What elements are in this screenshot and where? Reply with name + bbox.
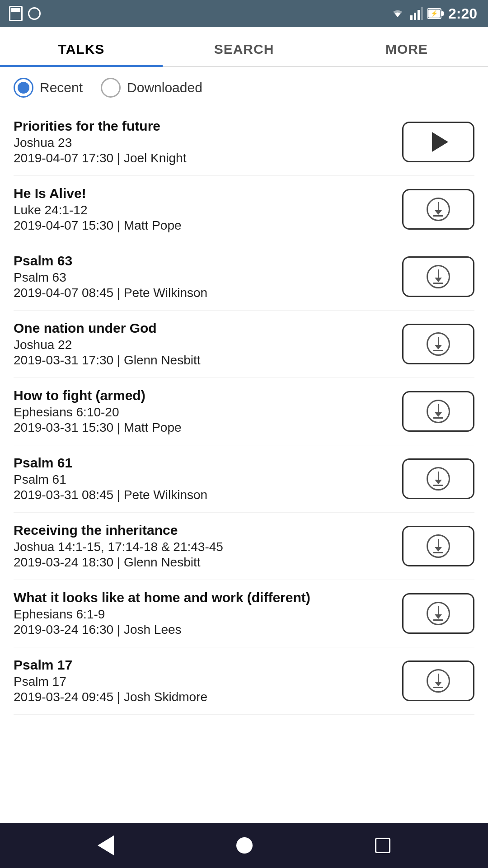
filter-downloaded[interactable]: Downloaded: [101, 78, 202, 98]
play-icon: [432, 132, 448, 152]
svg-rect-5: [441, 11, 444, 16]
talk-info: Priorities for the futureJoshua 232019-0…: [14, 118, 402, 165]
talk-info: What it looks like at home and work (dif…: [14, 590, 402, 637]
talk-info: Receiving the inheritanceJoshua 14:1-15,…: [14, 523, 402, 570]
nav-home-button[interactable]: [236, 837, 253, 854]
svg-text:⚡: ⚡: [431, 9, 438, 17]
talk-reference: Psalm 17: [14, 675, 389, 689]
talk-meta: 2019-03-31 17:30 | Glenn Nesbitt: [14, 353, 389, 368]
talk-item: Priorities for the futureJoshua 232019-0…: [14, 108, 474, 176]
filter-recent[interactable]: Recent: [14, 78, 83, 98]
status-bar: ⚡ 2:20: [0, 0, 488, 27]
talk-info: Psalm 17Psalm 172019-03-24 09:45 | Josh …: [14, 657, 402, 704]
talk-title: Receiving the inheritance: [14, 523, 389, 538]
talk-reference: Ephesians 6:1-9: [14, 607, 389, 622]
svg-rect-2: [418, 10, 420, 20]
download-circle-icon: [427, 467, 450, 491]
signal-icon: [410, 7, 423, 20]
status-left-icons: [9, 0, 41, 27]
download-icon: [427, 198, 450, 221]
download-arrow-icon: [433, 337, 443, 351]
talk-info: He Is Alive!Luke 24:1-122019-04-07 15:30…: [14, 186, 402, 233]
talk-meta: 2019-04-07 08:45 | Pete Wilkinson: [14, 286, 389, 300]
talk-info: How to fight (armed)Ephesians 6:10-20201…: [14, 388, 402, 435]
talk-title: He Is Alive!: [14, 186, 389, 201]
talk-item: What it looks like at home and work (dif…: [14, 580, 474, 647]
download-button[interactable]: [402, 189, 474, 230]
nav-recents-button[interactable]: [375, 838, 390, 853]
download-circle-icon: [427, 265, 450, 288]
talk-title: Priorities for the future: [14, 118, 389, 134]
talk-title: How to fight (armed): [14, 388, 389, 403]
download-arrow-icon: [433, 202, 443, 217]
talk-info: Psalm 63Psalm 632019-04-07 08:45 | Pete …: [14, 253, 402, 300]
talk-reference: Ephesians 6:10-20: [14, 405, 389, 420]
recents-icon: [375, 838, 390, 853]
talk-meta: 2019-03-24 16:30 | Josh Lees: [14, 623, 389, 637]
talk-item: He Is Alive!Luke 24:1-122019-04-07 15:30…: [14, 176, 474, 243]
talk-reference: Joshua 23: [14, 136, 389, 150]
tab-talks[interactable]: TALKS: [0, 27, 163, 66]
bottom-nav: [0, 823, 488, 868]
talks-list: Priorities for the futureJoshua 232019-0…: [0, 108, 488, 823]
download-arrow-icon: [433, 539, 443, 553]
download-arrow-icon: [433, 269, 443, 284]
back-icon: [98, 835, 114, 855]
talk-info: Psalm 61Psalm 612019-03-31 08:45 | Pete …: [14, 455, 402, 502]
filter-recent-label: Recent: [40, 80, 83, 95]
talk-meta: 2019-03-31 15:30 | Matt Pope: [14, 420, 389, 435]
nav-back-button[interactable]: [98, 835, 114, 855]
talk-item: Receiving the inheritanceJoshua 14:1-15,…: [14, 513, 474, 580]
talk-reference: Psalm 61: [14, 472, 389, 487]
download-button[interactable]: [402, 324, 474, 364]
download-circle-icon: [427, 534, 450, 558]
play-button[interactable]: [402, 122, 474, 162]
talk-title: Psalm 17: [14, 657, 389, 673]
radio-recent[interactable]: [14, 78, 33, 98]
tab-search[interactable]: SEARCH: [163, 27, 325, 66]
talk-info: One nation under GodJoshua 222019-03-31 …: [14, 321, 402, 368]
tab-more[interactable]: MORE: [325, 27, 488, 66]
svg-rect-1: [414, 13, 416, 20]
download-icon: [427, 400, 450, 423]
download-arrow-icon: [433, 606, 443, 621]
home-icon: [236, 837, 253, 854]
talk-item: Psalm 17Psalm 172019-03-24 09:45 | Josh …: [14, 647, 474, 715]
download-button[interactable]: [402, 526, 474, 566]
download-button[interactable]: [402, 458, 474, 499]
talk-item: Psalm 63Psalm 632019-04-07 08:45 | Pete …: [14, 243, 474, 311]
download-circle-icon: [427, 602, 450, 625]
talk-title: One nation under God: [14, 321, 389, 336]
svg-rect-0: [410, 15, 413, 20]
notification-icon: [9, 6, 23, 21]
download-icon: [427, 467, 450, 491]
battery-icon: ⚡: [427, 8, 444, 19]
talk-item: One nation under GodJoshua 222019-03-31 …: [14, 311, 474, 378]
download-button[interactable]: [402, 391, 474, 432]
talk-reference: Psalm 63: [14, 270, 389, 285]
sync-icon: [28, 7, 41, 20]
talk-meta: 2019-03-24 09:45 | Josh Skidmore: [14, 690, 389, 704]
download-circle-icon: [427, 400, 450, 423]
download-icon: [427, 534, 450, 558]
download-circle-icon: [427, 669, 450, 693]
talk-reference: Joshua 22: [14, 338, 389, 352]
talk-item: How to fight (armed)Ephesians 6:10-20201…: [14, 378, 474, 445]
download-icon: [427, 669, 450, 693]
svg-rect-3: [421, 7, 423, 20]
radio-downloaded[interactable]: [101, 78, 121, 98]
talk-item: Psalm 61Psalm 612019-03-31 08:45 | Pete …: [14, 445, 474, 513]
talk-reference: Joshua 14:1-15, 17:14-18 & 21:43-45: [14, 540, 389, 554]
download-circle-icon: [427, 198, 450, 221]
download-button[interactable]: [402, 256, 474, 297]
talk-reference: Luke 24:1-12: [14, 203, 389, 217]
talk-meta: 2019-04-07 15:30 | Matt Pope: [14, 218, 389, 233]
clock: 2:20: [448, 5, 477, 22]
talk-title: Psalm 61: [14, 455, 389, 471]
download-button[interactable]: [402, 660, 474, 701]
talk-title: What it looks like at home and work (dif…: [14, 590, 389, 605]
status-right-icons: ⚡ 2:20: [389, 5, 477, 22]
talk-title: Psalm 63: [14, 253, 389, 269]
download-button[interactable]: [402, 593, 474, 634]
talk-meta: 2019-03-31 08:45 | Pete Wilkinson: [14, 488, 389, 502]
